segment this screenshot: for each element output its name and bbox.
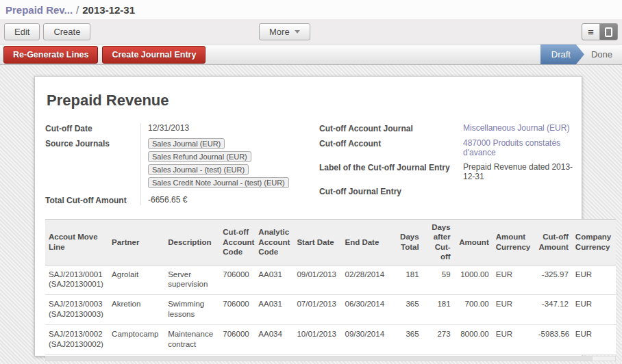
create-journal-entry-button[interactable]: Create Journal Entry [102,46,206,64]
create-button[interactable]: Create [43,23,90,40]
form-view-button[interactable] [599,23,618,40]
breadcrumb-current: 2013-12-31 [82,4,135,16]
form-fields: Cut-off Date 12/31/2013 Source Journals … [45,123,582,205]
cell-cutoff-account-code: 706000 [219,265,255,295]
form-group-right: Cut-off Account Journal Miscellaneous Jo… [319,123,578,205]
cell-days-total: 365 [394,295,423,325]
cell-cutoff-account-code: 706000 [219,325,255,355]
breadcrumb: Prepaid Rev... / 2013-12-31 [0,0,622,19]
source-journals-label: Source Journals [45,138,141,190]
cell-end-date: 02/28/2014 [341,265,393,295]
form-sheet: Prepaid Revenue Cut-off Date 12/31/2013 … [34,76,582,356]
total-cutoff-amount-value: -6656.65 € [141,195,319,205]
col-days-total: Days Total [394,220,423,265]
cell-cutoff-amount: -325.97 [535,265,572,295]
cell-analytic-account-code: AA031 [255,295,293,325]
source-journals-value: Sales Journal (EUR)Sales Refund Journal … [141,138,319,190]
total-cutoff-amount-label: Total Cut-off Amount [45,195,141,205]
edit-button[interactable]: Edit [4,23,40,40]
cutoff-account-value[interactable]: 487000 Produits constatés d'avance [456,138,578,157]
journal-entry-label-value: Prepaid Revenue dated 2013-12-31 [456,162,578,181]
col-cutoff-amount: Cut-off Amount [535,220,572,265]
col-partner: Partner [108,220,164,265]
table-row[interactable]: SAJ/2013/0003 (SAJ20130003) Akretion Swi… [45,295,616,325]
cell-end-date: 06/30/2014 [341,295,393,325]
scrollbar-thumb[interactable] [46,356,593,361]
cutoff-journal-entry-label: Cut-off Journal Entry [319,186,456,196]
table-header-row: Accout Move Line Partner Description Cut… [45,220,616,265]
cell-cutoff-amount: -347.12 [535,295,572,325]
list-view-button[interactable]: ≡ [582,23,600,40]
control-bar: Edit Create More ≡ [0,19,622,44]
col-description: Description [164,220,219,265]
cell-partner: Camptocamp [108,325,164,355]
journal-tag[interactable]: Sales Journal - (test) (EUR) [148,164,249,175]
cell-description: Swimming lessons [164,295,219,325]
content-background: Prepaid Revenue Cut-off Date 12/31/2013 … [0,65,622,364]
cell-analytic-account-code: AA031 [255,265,293,295]
cell-move-line: SAJ/2013/0002 (SAJ20130002) [45,325,108,355]
cutoff-date-label: Cut-off Date [45,123,141,133]
more-dropdown-button[interactable]: More [259,23,310,40]
col-analytic-account-code: Analytic Account Code [255,220,293,265]
cell-description: Server supervision [164,265,219,295]
state-done-label: Done [584,49,622,60]
col-company-currency: Company Currency [572,220,616,265]
horizontal-scrollbar[interactable] [45,356,616,361]
cell-amount-currency: EUR [493,295,535,325]
cell-analytic-account-code: AA034 [255,325,293,355]
regenerate-lines-button[interactable]: Re-Generate Lines [3,46,98,64]
cell-days-after-cutoff: 181 [423,295,454,325]
col-days-after-cutoff: Days after Cut-off [423,220,454,265]
cell-company-currency: EUR [572,265,616,295]
cell-days-total: 181 [394,265,423,295]
breadcrumb-separator: / [73,4,82,16]
col-cutoff-account-code: Cut-off Account Code [219,220,255,265]
source-journal-tags: Sales Journal (EUR)Sales Refund Journal … [148,138,314,190]
status-bar: Re-Generate Lines Create Journal Entry D… [0,44,622,65]
breadcrumb-parent-link[interactable]: Prepaid Rev... [5,4,73,16]
cutoff-journal-entry-value [456,186,578,196]
cell-amount: 1000.00 [454,265,493,295]
table-row[interactable]: SAJ/2013/0001 (SAJ20130001) Agrolait Ser… [45,265,616,295]
cell-start-date: 10/01/2013 [293,325,341,355]
cutoff-account-label: Cut-off Account [319,138,456,157]
table-row[interactable]: SAJ/2013/0002 (SAJ20130002) Camptocamp M… [45,325,616,355]
cell-days-total: 365 [394,325,423,355]
cutoff-account-journal-value[interactable]: Miscellaneous Journal (EUR) [456,123,578,133]
journal-tag[interactable]: Sales Credit Note Journal - (test) (EUR) [148,177,289,188]
cell-description: Maintenance contract [164,325,219,355]
cell-company-currency: EUR [572,325,616,355]
journal-entry-label-label: Label of the Cut-off Journal Entry [319,162,456,181]
col-account-move-line: Accout Move Line [45,220,108,265]
cell-move-line: SAJ/2013/0003 (SAJ20130003) [45,295,108,325]
form-icon [605,27,612,37]
journal-tag[interactable]: Sales Refund Journal (EUR) [148,151,251,162]
state-draft-badge: Draft [540,44,584,64]
cell-partner: Akretion [108,295,164,325]
col-amount-currency: Amount Currency [493,220,535,265]
cell-amount-currency: EUR [493,265,535,295]
page-title: Prepaid Revenue [47,92,582,109]
chevron-down-icon [295,30,300,34]
col-end-date: End Date [341,220,393,265]
view-switcher: ≡ [582,23,618,40]
cell-amount-currency: EUR [493,325,535,355]
cell-cutoff-account-code: 706000 [219,295,255,325]
state-indicator: Draft Done [540,44,622,64]
cell-move-line: SAJ/2013/0001 (SAJ20130001) [45,265,108,295]
cell-start-date: 07/01/2013 [293,295,341,325]
col-amount: Amount [454,220,493,265]
cell-company-currency: EUR [572,295,616,325]
cell-amount: 700.00 [454,295,493,325]
form-group-left: Cut-off Date 12/31/2013 Source Journals … [45,123,319,205]
list-icon: ≡ [588,27,594,37]
col-start-date: Start Date [293,220,341,265]
cutoff-account-journal-label: Cut-off Account Journal [319,123,456,133]
cell-end-date: 09/30/2014 [341,325,393,355]
cell-cutoff-amount: -5983.56 [535,325,572,355]
cell-amount: 8000.00 [454,325,493,355]
cell-partner: Agrolait [108,265,164,295]
more-label: More [269,27,290,37]
journal-tag[interactable]: Sales Journal (EUR) [148,138,225,149]
